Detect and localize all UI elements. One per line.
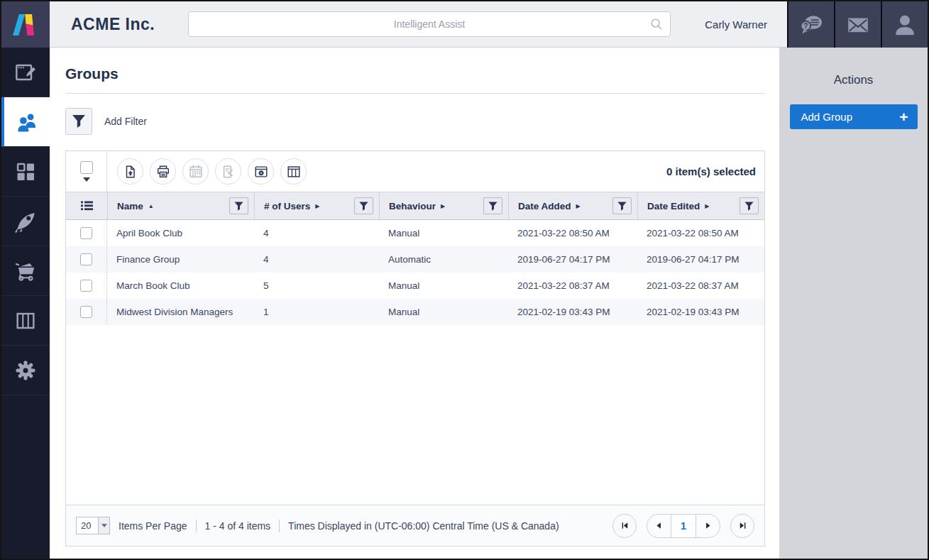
calendar-button — [182, 158, 209, 185]
first-page-icon — [620, 521, 630, 530]
prev-page-button[interactable] — [647, 515, 671, 537]
last-page-icon — [738, 521, 747, 530]
cell-date-edited: 2021-03-22 08:50 AM — [637, 220, 764, 246]
timezone-label: Times Displayed in (UTC-06:00) Central T… — [288, 520, 559, 532]
filter-behaviour-button[interactable] — [483, 197, 502, 214]
cell-date-edited: 2021-02-19 03:43 PM — [637, 299, 764, 325]
chevron-down-icon — [83, 177, 90, 182]
sidebar-item-settings[interactable] — [1, 346, 50, 395]
add-filter-button[interactable] — [65, 108, 92, 135]
messages-button[interactable] — [834, 1, 881, 48]
first-page-button[interactable] — [612, 514, 637, 538]
current-page: 1 — [671, 515, 696, 537]
mail-icon — [845, 13, 871, 36]
sidebar-item-tables[interactable] — [1, 296, 50, 346]
sidebar-item-modules[interactable] — [1, 147, 50, 197]
footer-divider — [279, 520, 280, 532]
table-footer: 20 Items Per Page 1 - 4 of 4 items Times… — [66, 505, 764, 546]
cell-date-edited: 2019-06-27 04:17 PM — [637, 246, 764, 273]
row-checkbox[interactable] — [80, 253, 92, 265]
cell-name: April Book Club — [107, 220, 254, 246]
sort-icon: ▶ — [441, 203, 445, 209]
sidebar-item-groups[interactable] — [1, 97, 50, 147]
table-row[interactable]: Finance Group 4 Automatic 2019-06-27 04:… — [66, 246, 764, 273]
print-button[interactable] — [150, 158, 176, 185]
app-logo[interactable] — [1, 1, 50, 48]
filter-name-button[interactable] — [229, 197, 248, 214]
main-content: Groups Add Filter — [50, 48, 779, 559]
filter-date-edited-button[interactable] — [740, 197, 759, 214]
column-header-name[interactable]: Name ▲ — [107, 192, 254, 219]
cell-users: 1 — [254, 299, 379, 325]
table-columns-icon — [14, 309, 37, 332]
filter-date-added-button[interactable] — [612, 197, 632, 214]
next-page-button[interactable] — [696, 515, 720, 537]
help-chat-button[interactable]: ? — [787, 1, 834, 48]
sort-icon: ▶ — [705, 203, 709, 209]
app-window: ACME Inc. Carly Warner — [0, 0, 929, 560]
user-name[interactable]: Carly Warner — [705, 18, 767, 31]
plus-icon: + — [899, 109, 908, 124]
sidebar-item-compose[interactable] — [1, 48, 50, 97]
chevron-down-icon — [98, 517, 109, 534]
cell-users: 4 — [254, 246, 379, 273]
selected-summary: 0 item(s) selected — [666, 165, 764, 177]
sidebar-item-launch[interactable] — [1, 197, 50, 246]
export-button[interactable] — [117, 158, 143, 185]
list-icon — [81, 201, 93, 211]
cell-name: Midwest Division Managers — [107, 299, 254, 325]
sidebar-nav — [1, 48, 50, 559]
row-checkbox[interactable] — [80, 306, 92, 318]
topbar-icon-buttons: ? — [787, 1, 928, 48]
page-title: Groups — [65, 65, 765, 82]
search-icon — [649, 17, 664, 31]
compose-icon — [14, 61, 37, 84]
column-header-users[interactable]: # of Users ▶ — [254, 192, 379, 219]
page-stepper: 1 — [647, 514, 720, 538]
cell-date-added: 2021-03-22 08:37 AM — [508, 273, 637, 299]
column-header-behaviour[interactable]: Behaviour ▶ — [379, 192, 508, 219]
window-settings-button[interactable] — [248, 158, 274, 185]
column-header-date-edited[interactable]: Date Edited ▶ — [637, 192, 764, 219]
footer-divider — [196, 520, 197, 532]
acme-logo-icon — [11, 10, 40, 40]
filter-users-button[interactable] — [354, 197, 373, 214]
items-per-page-select[interactable]: 20 — [76, 517, 110, 534]
header: ACME Inc. Carly Warner — [50, 1, 787, 48]
cell-users: 4 — [254, 220, 379, 246]
cell-date-edited: 2021-03-22 08:37 AM — [637, 273, 764, 299]
cell-name: March Book Club — [107, 273, 254, 299]
app-title: ACME Inc. — [71, 15, 155, 34]
row-options-header[interactable] — [66, 192, 107, 219]
row-checkbox[interactable] — [80, 280, 92, 292]
top-bar: ACME Inc. Carly Warner — [1, 1, 928, 48]
table-row[interactable]: March Book Club 5 Manual 2021-03-22 08:3… — [66, 273, 764, 299]
row-checkbox[interactable] — [80, 227, 92, 239]
table-row[interactable]: April Book Club 4 Manual 2021-03-22 08:5… — [66, 220, 764, 246]
actions-panel: Actions Add Group + — [779, 48, 928, 559]
modules-grid-icon — [14, 160, 37, 183]
cell-users: 5 — [254, 273, 379, 299]
columns-button[interactable] — [280, 158, 307, 185]
checkbox-icon — [80, 161, 93, 174]
title-divider — [65, 93, 765, 94]
sort-asc-icon: ▲ — [148, 203, 154, 209]
add-group-button[interactable]: Add Group + — [790, 104, 918, 129]
cell-date-added: 2021-02-19 03:43 PM — [508, 299, 637, 325]
svg-text:?: ? — [803, 21, 808, 30]
groups-table-card: 0 item(s) selected N — [65, 150, 765, 547]
export-icon — [123, 164, 138, 180]
column-header-date-added[interactable]: Date Added ▶ — [508, 192, 637, 219]
profile-button[interactable] — [881, 1, 928, 48]
cell-name: Finance Group — [107, 246, 254, 273]
select-all-checkbox[interactable] — [66, 151, 107, 192]
table-row[interactable]: Midwest Division Managers 1 Manual 2021-… — [66, 299, 764, 325]
cell-behaviour: Automatic — [379, 246, 508, 273]
last-page-button[interactable] — [730, 514, 754, 538]
sort-icon: ▶ — [576, 203, 581, 209]
cell-date-added: 2021-03-22 08:50 AM — [508, 220, 637, 246]
sidebar-item-store[interactable] — [1, 246, 50, 296]
gear-icon — [13, 358, 38, 383]
columns-icon — [286, 164, 302, 180]
assist-search-input[interactable] — [188, 11, 671, 37]
